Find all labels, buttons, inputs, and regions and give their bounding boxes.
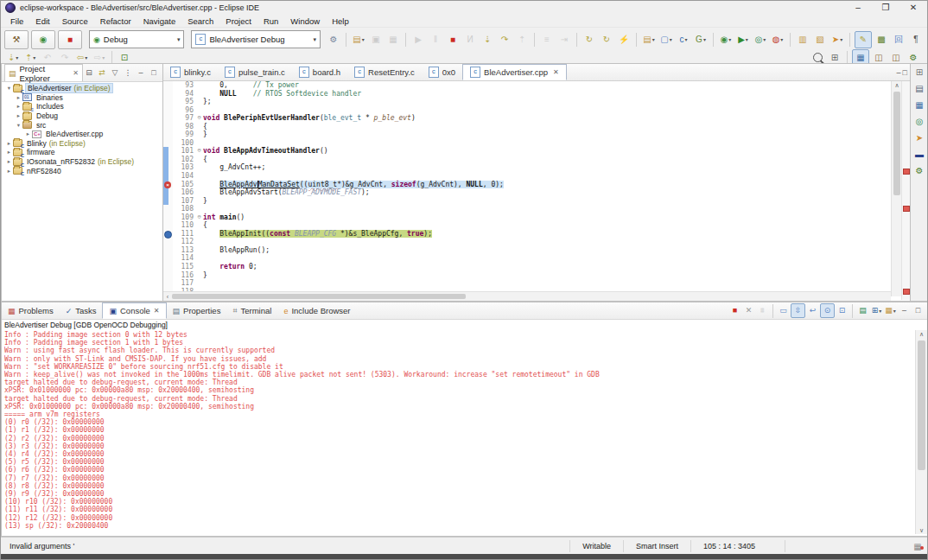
minimized-build-view-button[interactable]: ⚙: [912, 164, 926, 178]
editor-tab-0x0[interactable]: c0x0: [422, 64, 462, 80]
tree-item-src[interactable]: ▾src: [2, 120, 162, 130]
new-c-file-dropdown[interactable]: c▾: [676, 32, 691, 48]
code-line-99[interactable]: 99}: [163, 130, 891, 139]
expand-arrow-icon[interactable]: ▸: [5, 168, 13, 175]
maximize-editor-button[interactable]: □: [903, 68, 907, 77]
step-into-button[interactable]: ⇣: [480, 32, 495, 48]
minimize-window-button[interactable]: –: [844, 1, 872, 15]
build-button[interactable]: ⚒: [4, 30, 29, 49]
overview-error-mark[interactable]: [903, 206, 910, 212]
tree-item-nrf52840[interactable]: ▸CnRF52840: [2, 166, 162, 175]
code-line-110[interactable]: 110{: [163, 221, 891, 230]
code-line-117[interactable]: 117: [163, 279, 891, 288]
link-editor-button[interactable]: ⇄: [96, 67, 108, 79]
menu-search[interactable]: Search: [181, 16, 219, 27]
code-line-97[interactable]: 97⊖void BlePeriphEvtUserHandler(ble_evt_…: [163, 114, 891, 123]
code-generate-dropdown[interactable]: G▾: [693, 32, 709, 48]
tree-item-bleadvertiser[interactable]: ▾CBleAdvertiser (in Eclipse): [2, 84, 162, 93]
code-line-116[interactable]: 116}: [163, 271, 891, 280]
save-all-button[interactable]: ▦: [385, 32, 401, 48]
panel-tab-tasks[interactable]: ✓Tasks: [60, 302, 103, 319]
open-declaration-button[interactable]: 回: [891, 32, 906, 48]
code-line-104[interactable]: 104: [163, 172, 891, 181]
step-over-button[interactable]: ↷: [497, 32, 512, 48]
code-line-105[interactable]: ×105 BleAppAdvManDataSet((uint8_t*)&g_Ad…: [163, 181, 891, 189]
expand-arrow-icon[interactable]: ▸: [15, 103, 22, 110]
tree-item-firmware[interactable]: ▸Cfirmware: [2, 148, 162, 157]
menu-window[interactable]: Window: [284, 16, 326, 27]
collapse-all-button[interactable]: ⊟: [83, 67, 95, 79]
menu-run[interactable]: Run: [257, 16, 284, 27]
launch-config-combo[interactable]: c BleAdvertiser Debug ▾: [191, 30, 321, 48]
code-line-100[interactable]: 100: [163, 139, 891, 148]
editor-tab-board-h[interactable]: cboard.h: [292, 64, 347, 80]
panel-tab-terminal[interactable]: ⌗Terminal: [226, 302, 277, 319]
error-marker-icon[interactable]: ×: [164, 181, 171, 188]
code-line-106[interactable]: 106 BleAppAdvStart(BLEAPP_ADVMODE_FAST);: [163, 188, 891, 197]
console-output[interactable]: Info : Padding image section 0 with 12 b…: [4, 331, 914, 533]
fold-collapse-icon[interactable]: ⊖: [195, 147, 203, 156]
code-line-103[interactable]: 103 g_AdvCnt++;: [163, 163, 891, 172]
menu-project[interactable]: Project: [219, 16, 257, 27]
view-close-icon[interactable]: ✕: [73, 69, 79, 77]
error-log-status-icon[interactable]: ▦: [906, 542, 928, 551]
terminate-button[interactable]: ■: [58, 30, 82, 49]
tree-item-iosonata-nrf52832[interactable]: ▸CIOsonata_nRF52832 (in Eclipse): [2, 157, 162, 167]
minimized-registers-view-button[interactable]: ▦: [912, 99, 926, 112]
editor-tab-bleadvertiser-cpp[interactable]: cBleAdvertiser.cpp✕: [462, 64, 567, 80]
code-line-95[interactable]: 95};: [163, 98, 891, 106]
maximize-window-button[interactable]: ❐: [872, 1, 899, 15]
project-explorer-tab[interactable]: ▤ Project Explorer ✕: [4, 64, 83, 81]
panel-tab-console[interactable]: ▣Console✕: [102, 302, 166, 319]
close-tab-icon[interactable]: ✕: [154, 307, 160, 315]
menu-navigate[interactable]: Navigate: [137, 16, 182, 27]
tree-item-binaries[interactable]: ▸01Binaries: [2, 93, 162, 103]
code-line-101[interactable]: 101⊖void BleAppAdvTimeoutHandler(): [163, 147, 891, 156]
display-console-button[interactable]: ▤: [856, 304, 869, 317]
code-line-93[interactable]: 93 0, // Tx power: [163, 81, 891, 90]
code-line-112[interactable]: 112: [163, 238, 891, 246]
menu-help[interactable]: Help: [326, 16, 355, 27]
scroll-lock-button[interactable]: ⇳: [791, 303, 805, 318]
restore-panel-button[interactable]: ⊞: [912, 66, 926, 80]
pin-console-button[interactable]: ⊙: [820, 303, 835, 318]
minimized-breakpoints-view-button[interactable]: ◎: [912, 115, 926, 129]
launch-config-gear-icon[interactable]: ⚙: [326, 32, 341, 48]
new-wizard-button[interactable]: ▤▾: [351, 32, 366, 48]
menu-source[interactable]: Source: [56, 16, 94, 27]
debug-button[interactable]: ◉: [31, 30, 55, 49]
code-line-102[interactable]: 102{: [163, 156, 891, 164]
code-line-111[interactable]: 111 BleAppInit((const BLEAPP_CFG *)&s_Bl…: [163, 230, 891, 239]
code-line-108[interactable]: 108: [163, 205, 891, 213]
open-element-button[interactable]: ▥: [795, 32, 810, 48]
overview-error-mark[interactable]: [903, 289, 910, 295]
step-return-button[interactable]: ⇡: [514, 32, 530, 48]
resume-button[interactable]: ▶: [410, 32, 426, 48]
remove-launch-button[interactable]: ✕: [742, 304, 755, 317]
launch-mode-combo[interactable]: ◉ Debug ▾: [89, 30, 184, 48]
code-line-115[interactable]: 115 return 0;: [163, 263, 891, 271]
remove-all-launches-button[interactable]: ⩩: [756, 304, 769, 317]
run-dropdown[interactable]: ▶▾: [735, 32, 751, 48]
code-line-98[interactable]: 98{: [163, 123, 891, 131]
new-console-view-dropdown[interactable]: ▦▾: [884, 304, 897, 317]
console-vertical-scrollbar[interactable]: ∧ ∨: [915, 330, 927, 534]
panel-tab-properties[interactable]: ▤Properties: [167, 302, 227, 319]
editor-tab-blinky-c[interactable]: cblinky.c: [163, 64, 218, 80]
tree-item-debug[interactable]: ▸Debug: [2, 111, 162, 121]
word-wrap-button[interactable]: ↩: [806, 304, 819, 317]
code-line-113[interactable]: 113 BleAppRun();: [163, 246, 891, 255]
external-tools-dropdown[interactable]: ◎▾: [753, 32, 768, 48]
expand-arrow-icon[interactable]: ▸: [15, 112, 22, 119]
expand-arrow-icon[interactable]: ▸: [5, 149, 13, 156]
expand-arrow-icon[interactable]: ▸: [5, 140, 13, 147]
collapse-arrow-icon[interactable]: ▾: [5, 85, 13, 92]
editor-horizontal-scrollbar[interactable]: ‹: [163, 291, 891, 301]
terminate-console-button[interactable]: ■: [728, 304, 741, 317]
show-annotations-button[interactable]: ▩: [874, 32, 889, 48]
code-editor[interactable]: 93 0, // Tx power94 NULL // RTOS Softdev…: [163, 81, 891, 296]
menu-edit[interactable]: Edit: [29, 16, 55, 27]
overview-ruler[interactable]: [901, 81, 910, 300]
new-window-dropdown[interactable]: ▢▾: [658, 32, 674, 48]
launch-bar-dropdown[interactable]: ➤▾: [829, 32, 845, 48]
